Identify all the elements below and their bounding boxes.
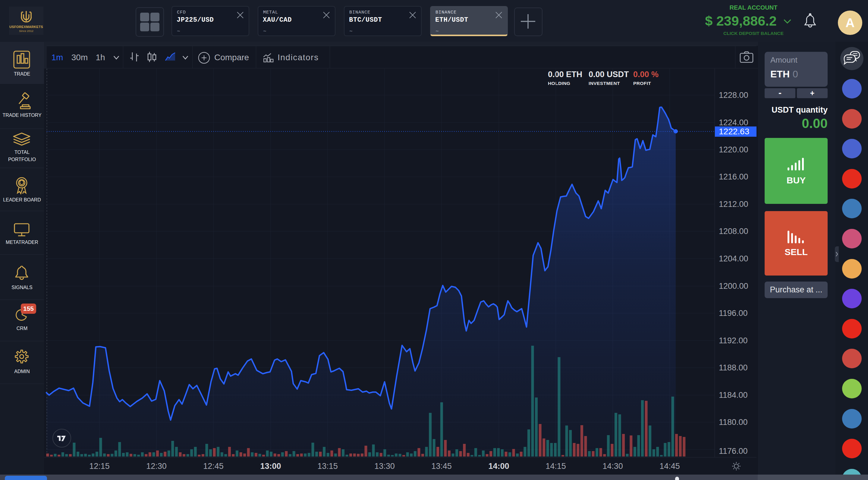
svg-text:13:15: 13:15 <box>317 461 338 471</box>
svg-text:13:30: 13:30 <box>374 461 395 471</box>
svg-text:1188.00: 1188.00 <box>719 363 748 372</box>
svg-text:14:15: 14:15 <box>546 461 566 471</box>
svg-text:14:30: 14:30 <box>602 461 623 471</box>
svg-text:1228.00: 1228.00 <box>719 91 748 100</box>
svg-text:1220.00: 1220.00 <box>719 145 748 154</box>
svg-text:12:30: 12:30 <box>146 461 167 471</box>
svg-text:13:45: 13:45 <box>431 461 452 471</box>
svg-text:1200.00: 1200.00 <box>719 281 748 290</box>
svg-text:1196.00: 1196.00 <box>719 309 748 318</box>
svg-text:1216.00: 1216.00 <box>719 172 748 181</box>
svg-text:1176.00: 1176.00 <box>719 447 748 456</box>
svg-text:14:45: 14:45 <box>659 461 680 471</box>
svg-text:12:45: 12:45 <box>203 461 224 471</box>
svg-text:14:00: 14:00 <box>488 461 509 471</box>
svg-text:1208.00: 1208.00 <box>719 227 748 236</box>
svg-text:1184.00: 1184.00 <box>719 390 748 400</box>
svg-text:1212.00: 1212.00 <box>719 200 748 209</box>
svg-text:1192.00: 1192.00 <box>719 336 748 345</box>
svg-text:1222.63: 1222.63 <box>719 127 749 136</box>
svg-text:13:00: 13:00 <box>260 461 281 471</box>
svg-text:1204.00: 1204.00 <box>719 254 748 263</box>
svg-text:12:15: 12:15 <box>89 461 110 471</box>
svg-text:1180.00: 1180.00 <box>719 418 748 427</box>
svg-text:1224.00: 1224.00 <box>719 118 748 127</box>
